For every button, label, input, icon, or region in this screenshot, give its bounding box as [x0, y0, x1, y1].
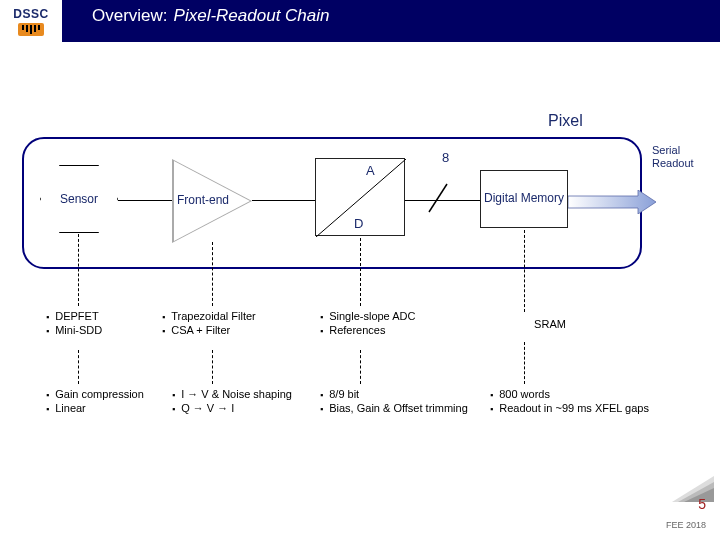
dashed-line — [524, 342, 525, 384]
wire — [118, 200, 172, 201]
page-number: 5 — [698, 496, 706, 512]
svg-line-1 — [429, 184, 447, 212]
wire — [252, 200, 315, 201]
serial-readout-label: Serial Readout — [652, 144, 720, 170]
sensor-notes-2: Gain compression Linear — [46, 388, 166, 416]
dashed-line — [212, 350, 213, 384]
adc-notes-1: Single-slope ADC References — [320, 310, 470, 338]
sensor-label: Sensor — [60, 192, 98, 206]
list-item: Mini-SDD — [46, 324, 156, 336]
sensor-notes-1: DEPFET Mini-SDD — [46, 310, 156, 338]
list-item: Trapezoidal Filter — [162, 310, 302, 322]
list-item: References — [320, 324, 470, 336]
pixel-label: Pixel — [548, 112, 583, 130]
adc-notes-2: 8/9 bit Bias, Gain & Offset trimming — [320, 388, 470, 416]
memory-block: Digital Memory — [480, 170, 568, 228]
logo-text: DSSC — [13, 7, 48, 21]
bus-width: 8 — [442, 150, 449, 165]
adc-block: A D — [315, 158, 405, 236]
list-item: Q → V → I — [172, 402, 302, 414]
list-item: Gain compression — [46, 388, 166, 400]
list-item: 8/9 bit — [320, 388, 470, 400]
sensor-block: Sensor — [40, 165, 118, 233]
adc-a-label: A — [366, 163, 375, 178]
header-bar: DSSC Overview: Pixel-Readout Chain — [0, 0, 720, 42]
dashed-line — [212, 242, 213, 306]
list-item: I → V & Noise shaping — [172, 388, 302, 400]
list-item: Single-slope ADC — [320, 310, 470, 322]
bus-slash-icon — [423, 178, 453, 218]
list-item: CSA + Filter — [162, 324, 302, 336]
frontend-notes-2: I → V & Noise shaping Q → V → I — [172, 388, 302, 416]
svg-marker-2 — [568, 190, 656, 214]
footer-tag: FEE 2018 — [666, 520, 706, 530]
list-item: DEPFET — [46, 310, 156, 322]
arrow-out-icon — [568, 190, 656, 214]
frontend-label: Front-end — [177, 193, 229, 207]
page-curl-icon — [672, 476, 714, 502]
dashed-line — [360, 238, 361, 306]
memory-notes-1: SRAM — [490, 318, 610, 330]
title-prefix: Overview: — [92, 6, 168, 26]
dashed-line — [78, 350, 79, 384]
logo-icon — [18, 23, 44, 36]
dashed-line — [78, 234, 79, 306]
adc-d-label: D — [354, 216, 363, 231]
list-item: Bias, Gain & Offset trimming — [320, 402, 470, 414]
diagram-stage: Pixel Sensor Front-end A D 8 Digital Mem… — [0, 42, 720, 540]
dashed-line — [360, 350, 361, 384]
list-item: 800 words — [490, 388, 660, 400]
frontend-notes-1: Trapezoidal Filter CSA + Filter — [162, 310, 302, 338]
page-title: Overview: Pixel-Readout Chain — [62, 0, 330, 42]
memory-notes-2: 800 words Readout in ~99 ms XFEL gaps — [490, 388, 660, 416]
list-item: Linear — [46, 402, 166, 414]
dashed-line — [524, 230, 525, 312]
memory-label: Digital Memory — [484, 191, 564, 207]
title-emphasis: Pixel-Readout Chain — [174, 6, 330, 26]
sram-label: SRAM — [490, 318, 610, 330]
list-item: Readout in ~99 ms XFEL gaps — [490, 402, 660, 414]
logo: DSSC — [0, 0, 62, 42]
